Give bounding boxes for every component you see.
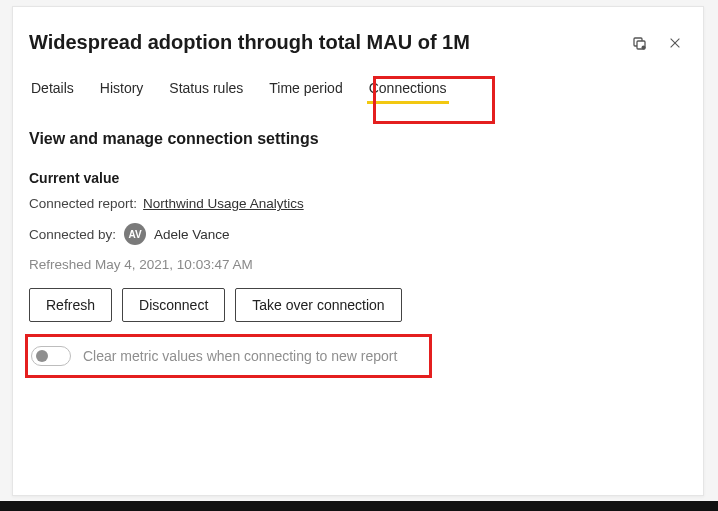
connected-by-row: Connected by: AV Adele Vance [29,223,687,245]
connected-report-row: Connected report: Northwind Usage Analyt… [29,196,687,211]
disconnect-button[interactable]: Disconnect [122,288,225,322]
tab-time-period[interactable]: Time period [267,76,344,106]
tabs: Details History Status rules Time period… [13,64,703,106]
avatar: AV [124,223,146,245]
clear-values-toggle[interactable] [31,346,71,366]
connected-report-label: Connected report: [29,196,137,211]
toggle-knob [36,350,48,362]
tab-connections[interactable]: Connections [367,76,449,106]
connected-by-name: Adele Vance [154,227,230,242]
panel-title: Widespread adoption through total MAU of… [29,31,631,54]
take-over-button[interactable]: Take over connection [235,288,401,322]
header-actions [631,35,683,51]
bottom-bar [0,501,718,511]
action-buttons: Refresh Disconnect Take over connection [29,288,687,322]
left-background-fragment [0,190,10,380]
clear-values-toggle-row: Clear metric values when connecting to n… [29,336,424,376]
refreshed-row: Refreshed May 4, 2021, 10:03:47 AM [29,257,687,272]
refreshed-label: Refreshed [29,257,91,272]
tab-status-rules[interactable]: Status rules [167,76,245,106]
clear-values-toggle-label: Clear metric values when connecting to n… [83,348,397,364]
connected-by-label: Connected by: [29,227,116,242]
refresh-button[interactable]: Refresh [29,288,112,322]
refreshed-value: May 4, 2021, 10:03:47 AM [95,257,253,272]
tab-content: View and manage connection settings Curr… [13,106,703,376]
copy-icon[interactable] [631,35,647,51]
connected-report-link[interactable]: Northwind Usage Analytics [143,196,304,211]
tab-history[interactable]: History [98,76,146,106]
current-value-title: Current value [29,170,687,186]
close-icon[interactable] [667,35,683,51]
details-panel: Widespread adoption through total MAU of… [12,6,704,496]
panel-header: Widespread adoption through total MAU of… [13,7,703,64]
section-title: View and manage connection settings [29,130,687,148]
svg-point-2 [642,45,646,49]
tab-details[interactable]: Details [29,76,76,106]
